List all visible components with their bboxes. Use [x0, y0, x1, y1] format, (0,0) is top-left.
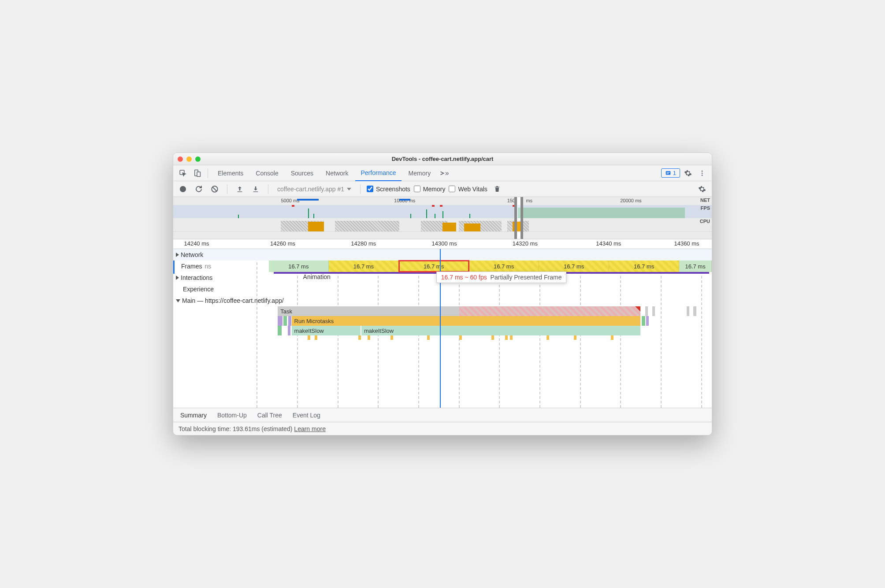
- frame-block[interactable]: 16.7 ms: [609, 261, 679, 272]
- webvitals-checkbox[interactable]: Web Vitals: [449, 186, 487, 193]
- record-button[interactable]: [177, 183, 189, 195]
- tab-sources[interactable]: Sources: [286, 165, 319, 181]
- track-frames-header[interactable]: Frames ns: [173, 262, 211, 271]
- issues-badge[interactable]: 1: [661, 168, 680, 178]
- frame-block[interactable]: 16.7 ms: [399, 261, 469, 272]
- flame-row-task[interactable]: Task: [253, 306, 712, 316]
- separator: [227, 184, 227, 194]
- clear-button[interactable]: [208, 183, 221, 195]
- learn-more-link[interactable]: Learn more: [294, 425, 326, 432]
- tab-bottomup[interactable]: Bottom-Up: [217, 412, 247, 419]
- memory-checkbox[interactable]: Memory: [414, 186, 446, 193]
- tbt-text: Total blocking time: 193.61ms (estimated…: [178, 425, 292, 432]
- svg-point-6: [702, 171, 703, 172]
- overview-handle-right[interactable]: [521, 197, 523, 239]
- more-tabs-icon[interactable]: »: [438, 167, 450, 179]
- separator: [360, 184, 361, 194]
- separator: [208, 168, 208, 178]
- flame-row-makeitslow[interactable]: makeItSlow makeItSlow: [253, 326, 712, 335]
- track-experience-header[interactable]: Experience: [173, 285, 253, 294]
- tab-calltree[interactable]: Call Tree: [257, 412, 282, 419]
- flame-row-microtasks[interactable]: Run Microtasks: [253, 316, 712, 326]
- track-network-header[interactable]: Network: [173, 250, 253, 259]
- tab-elements[interactable]: Elements: [212, 165, 249, 181]
- flame-chart-tracks[interactable]: Network Frames ns 16.7 ms16.7 ms16.7 ms1…: [173, 249, 712, 408]
- frame-block[interactable]: 16.7 ms: [539, 261, 609, 272]
- screenshots-checkbox[interactable]: Screenshots: [367, 186, 410, 193]
- svg-rect-4: [666, 172, 669, 172]
- profile-selector[interactable]: coffee-cart.netlify.app #1: [275, 186, 354, 193]
- main-tabs-row: Elements Console Sources Network Perform…: [173, 165, 712, 181]
- chevron-right-icon: [176, 275, 179, 280]
- inspect-icon[interactable]: [177, 167, 189, 179]
- issues-count: 1: [673, 170, 676, 176]
- svg-rect-11: [253, 191, 258, 192]
- reload-button[interactable]: [193, 183, 205, 195]
- delete-icon[interactable]: [491, 183, 503, 195]
- download-icon[interactable]: [249, 183, 262, 195]
- upload-icon[interactable]: [234, 183, 246, 195]
- tab-eventlog[interactable]: Event Log: [293, 412, 320, 419]
- frame-block[interactable]: 16.7 ms: [269, 261, 329, 272]
- overview-handle-left[interactable]: [514, 197, 517, 239]
- tab-performance[interactable]: Performance: [355, 165, 401, 181]
- frame-block[interactable]: 16.7 ms: [679, 261, 712, 272]
- device-toggle-icon[interactable]: [191, 167, 203, 179]
- svg-rect-2: [197, 172, 201, 177]
- perf-settings-icon[interactable]: [696, 183, 708, 195]
- chevron-down-icon: [176, 299, 180, 302]
- maximize-button[interactable]: [195, 156, 201, 162]
- footer-status: Total blocking time: 193.61ms (estimated…: [173, 422, 712, 435]
- window-title: DevTools - coffee-cart.netlify.app/cart: [173, 156, 712, 162]
- chevron-right-icon: [176, 253, 179, 257]
- devtools-window: DevTools - coffee-cart.netlify.app/cart …: [173, 153, 712, 435]
- tab-memory[interactable]: Memory: [403, 165, 436, 181]
- overview-panel[interactable]: 5000 ms 10000 ms 150 ms 20000 ms FPS: [173, 197, 712, 239]
- titlebar: DevTools - coffee-cart.netlify.app/cart: [173, 153, 712, 165]
- svg-point-8: [702, 175, 703, 176]
- svg-rect-3: [666, 171, 671, 175]
- tab-network[interactable]: Network: [320, 165, 353, 181]
- svg-rect-5: [666, 173, 669, 174]
- minimize-button[interactable]: [186, 156, 192, 162]
- timeline-ruler[interactable]: 14240 ms 14260 ms 14280 ms 14300 ms 1432…: [173, 239, 712, 249]
- animation-label: Animation: [303, 273, 331, 280]
- frame-block[interactable]: 16.7 ms: [469, 261, 539, 272]
- settings-icon[interactable]: [682, 167, 694, 179]
- profile-label: coffee-cart.netlify.app #1: [277, 186, 344, 193]
- track-main-header[interactable]: Main — https://coffee-cart.netlify.app/: [173, 296, 286, 305]
- frame-tooltip: 16.7 ms ~ 60 fps Partially Presented Fra…: [436, 272, 567, 283]
- kebab-menu-icon[interactable]: [696, 167, 708, 179]
- frame-block[interactable]: 16.7 ms: [329, 261, 399, 272]
- interactions-track[interactable]: Animation 16.7 ms ~ 60 fps Partially Pre…: [253, 272, 712, 283]
- close-button[interactable]: [178, 156, 183, 162]
- svg-point-7: [702, 172, 703, 174]
- flame-row-ticks: [253, 335, 712, 345]
- frames-track[interactable]: 16.7 ms16.7 ms16.7 ms16.7 ms16.7 ms16.7 …: [211, 261, 712, 272]
- perf-toolbar: coffee-cart.netlify.app #1 Screenshots M…: [173, 181, 712, 197]
- track-interactions-header[interactable]: Interactions: [173, 273, 253, 282]
- svg-rect-10: [238, 191, 242, 192]
- tab-console[interactable]: Console: [250, 165, 283, 181]
- separator: [268, 184, 268, 194]
- tab-summary[interactable]: Summary: [180, 412, 207, 419]
- details-tabs: Summary Bottom-Up Call Tree Event Log: [173, 408, 712, 422]
- traffic-lights: [178, 156, 201, 162]
- long-task-warning-icon: [635, 306, 640, 312]
